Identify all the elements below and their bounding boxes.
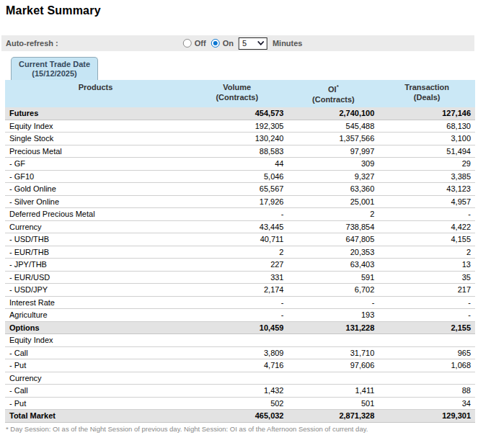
column-header-oi: OI* (Contracts) [288,80,379,107]
oi-cell: 97,997 [288,145,379,158]
transaction-cell: 35 [379,271,475,284]
auto-refresh-controls: Off On 5 Minutes [183,35,303,51]
oi-cell [288,334,379,347]
volume-cell: 88,583 [186,145,288,158]
product-cell: Currency [5,220,186,233]
product-cell: - Gold Online [5,183,186,196]
table-row: Interest Rate--- [5,296,475,309]
transaction-cell: - [379,296,475,309]
radio-on-icon[interactable] [211,39,220,48]
table-row: Deferred Precious Metal-2- [5,208,475,221]
transaction-cell: 88 [379,385,475,398]
oi-cell: 309 [288,158,379,171]
oi-cell: 545,488 [288,120,379,133]
oi-cell: 647,805 [288,233,379,246]
oi-cell: 131,228 [288,321,379,334]
refresh-interval-value: 5 [242,39,247,48]
oi-cell: 97,606 [288,359,379,372]
product-cell: Precious Metal [5,145,186,158]
product-cell: Interest Rate [5,296,186,309]
transaction-cell: 3,385 [379,170,475,183]
oi-cell: 63,360 [288,183,379,196]
volume-cell: 43,445 [186,220,288,233]
product-cell: - Call [5,385,186,398]
product-cell: Futures [5,107,186,120]
volume-cell: 5,046 [186,170,288,183]
volume-cell: 502 [186,397,288,410]
volume-cell: 227 [186,259,288,272]
volume-cell: 10,459 [186,321,288,334]
column-header-products: Products [5,80,186,107]
column-header-volume: Volume (Contracts) [186,80,288,107]
auto-refresh-on-option[interactable]: On [211,39,234,48]
table-row: - JPY/THB22763,40313 [5,259,475,272]
chevron-down-icon [257,41,265,45]
product-cell: - EUR/THB [5,246,186,259]
refresh-interval-select[interactable]: 5 [239,37,267,50]
product-cell: - JPY/THB [5,259,186,272]
volume-cell: 40,711 [186,233,288,246]
transaction-cell: 2,155 [379,321,475,334]
market-summary-table: Products Volume (Contracts) OI* (Contrac… [5,80,475,423]
volume-cell: 65,567 [186,183,288,196]
table-row: Single Stock130,2401,357,5663,100 [5,133,475,145]
table-row: - Silver Online17,92625,0014,957 [5,195,475,208]
oi-cell: 63,403 [288,259,379,272]
volume-cell: 3,809 [186,346,288,359]
product-cell: - USD/JPY [5,284,186,297]
radio-off-icon[interactable] [183,39,192,48]
tab-current-trade-date[interactable]: Current Trade Date (15/12/2025) [11,57,98,80]
table-header-row: Products Volume (Contracts) OI* (Contrac… [5,80,475,107]
transaction-cell: - [379,309,475,322]
table-row: Currency43,445738,8544,422 [5,220,475,233]
volume-cell: 1,432 [186,385,288,398]
product-cell: - Silver Online [5,195,186,208]
oi-cell: 2,740,100 [288,107,379,120]
table-row: Options10,459131,2282,155 [5,321,475,334]
transaction-cell: 29 [379,158,475,171]
volume-cell: - [186,309,288,322]
volume-cell: 44 [186,158,288,171]
product-cell: Single Stock [5,133,186,145]
tab-label-line1: Current Trade Date [19,60,90,69]
transaction-cell: 68,130 [379,120,475,133]
table-row: - Put50250134 [5,397,475,410]
product-cell: - EUR/USD [5,271,186,284]
table-row: Total Market465,0322,871,328129,301 [5,410,475,423]
volume-cell: 331 [186,271,288,284]
table-row: - Put4,71697,6061,068 [5,359,475,372]
transaction-cell: 34 [379,397,475,410]
table-row: - Gold Online65,56763,36043,123 [5,183,475,196]
volume-cell: - [186,296,288,309]
table-row: Currency [5,372,475,385]
oi-cell: - [288,296,379,309]
table-body: Futures454,5732,740,100127,146Equity Ind… [5,107,475,423]
transaction-cell: 43,123 [379,183,475,196]
table-footnote: * Day Session: OI as of the Night Sessio… [6,425,478,433]
tab-label-line2: (15/12/2025) [19,69,90,79]
product-cell: Equity Index [5,334,186,347]
oi-cell: 591 [288,271,379,284]
volume-cell: 130,240 [186,133,288,145]
volume-cell: 2 [186,246,288,259]
oi-cell: 2,871,328 [288,410,379,423]
volume-cell: 4,716 [186,359,288,372]
transaction-cell: 4,957 [379,195,475,208]
table-row: - USD/JPY2,1746,702217 [5,284,475,297]
oi-cell: 1,357,566 [288,133,379,145]
table-row: - EUR/USD33159135 [5,271,475,284]
product-cell: Deferred Precious Metal [5,208,186,221]
transaction-cell [379,334,475,347]
product-cell: Currency [5,372,186,385]
product-cell: Total Market [5,410,186,423]
oi-cell: 1,411 [288,385,379,398]
table-row: Futures454,5732,740,100127,146 [5,107,475,120]
oi-cell: 20,353 [288,246,379,259]
auto-refresh-off-option[interactable]: Off [183,39,206,48]
transaction-cell: 217 [379,284,475,297]
table-row: Precious Metal88,58397,99751,494 [5,145,475,158]
table-row: Agriculture-193- [5,309,475,322]
off-label: Off [195,39,206,48]
auto-refresh-label: Auto-refresh : [1,39,58,48]
oi-cell: 2 [288,208,379,221]
